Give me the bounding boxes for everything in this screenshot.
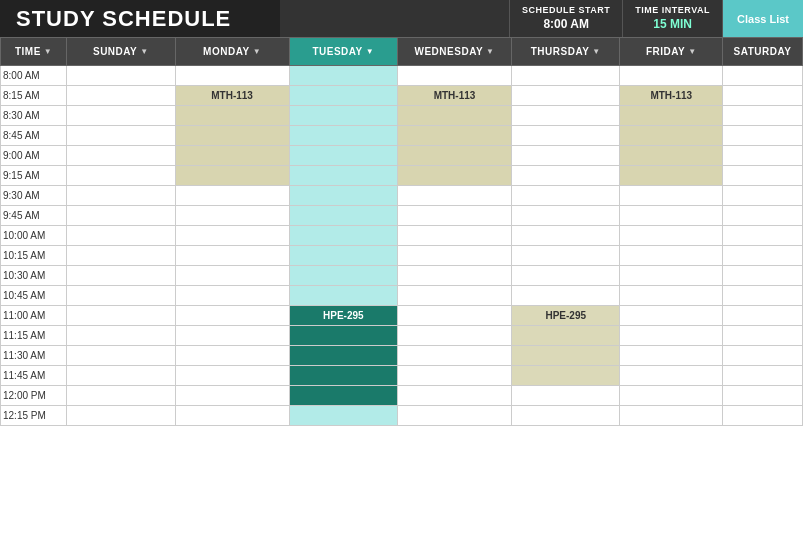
wednesday-cell[interactable] — [397, 246, 511, 266]
monday-cell[interactable] — [175, 326, 289, 346]
monday-cell[interactable] — [175, 246, 289, 266]
col-header-sunday[interactable]: SUNDAY ▼ — [67, 38, 175, 66]
friday-cell[interactable] — [620, 226, 723, 246]
sunday-cell[interactable] — [67, 266, 175, 286]
tuesday-cell[interactable] — [289, 246, 397, 266]
class-list-button[interactable]: Class List — [723, 0, 803, 37]
col-header-thursday[interactable]: THURSDAY ▼ — [512, 38, 620, 66]
wednesday-cell[interactable] — [397, 346, 511, 366]
tuesday-cell[interactable] — [289, 326, 397, 346]
monday-cell[interactable] — [175, 126, 289, 146]
thursday-cell[interactable] — [512, 166, 620, 186]
saturday-cell[interactable] — [723, 306, 803, 326]
tuesday-cell[interactable] — [289, 86, 397, 106]
monday-cell[interactable] — [175, 406, 289, 426]
monday-cell[interactable] — [175, 206, 289, 226]
col-header-friday[interactable]: FRIDAY ▼ — [620, 38, 723, 66]
sunday-cell[interactable] — [67, 226, 175, 246]
friday-cell[interactable] — [620, 366, 723, 386]
wednesday-cell[interactable] — [397, 106, 511, 126]
col-header-monday[interactable]: MONDAY ▼ — [175, 38, 289, 66]
thursday-cell[interactable] — [512, 286, 620, 306]
tuesday-cell[interactable] — [289, 106, 397, 126]
sunday-cell[interactable] — [67, 246, 175, 266]
monday-dropdown-icon[interactable]: ▼ — [253, 47, 261, 56]
tuesday-cell[interactable] — [289, 366, 397, 386]
tuesday-cell[interactable] — [289, 406, 397, 426]
friday-cell[interactable] — [620, 286, 723, 306]
thursday-dropdown-icon[interactable]: ▼ — [592, 47, 600, 56]
friday-cell[interactable] — [620, 166, 723, 186]
monday-cell[interactable] — [175, 106, 289, 126]
sunday-cell[interactable] — [67, 186, 175, 206]
wednesday-cell[interactable]: MTH-113 — [397, 86, 511, 106]
wednesday-cell[interactable] — [397, 126, 511, 146]
col-header-wednesday[interactable]: WEDNESDAY ▼ — [397, 38, 511, 66]
tuesday-cell[interactable] — [289, 126, 397, 146]
saturday-cell[interactable] — [723, 166, 803, 186]
tuesday-cell[interactable] — [289, 166, 397, 186]
monday-cell[interactable] — [175, 226, 289, 246]
tuesday-cell[interactable] — [289, 346, 397, 366]
friday-cell[interactable] — [620, 386, 723, 406]
thursday-cell[interactable] — [512, 366, 620, 386]
thursday-cell[interactable] — [512, 246, 620, 266]
thursday-cell[interactable] — [512, 146, 620, 166]
wednesday-cell[interactable] — [397, 186, 511, 206]
saturday-cell[interactable] — [723, 66, 803, 86]
monday-cell[interactable]: MTH-113 — [175, 86, 289, 106]
sunday-cell[interactable] — [67, 386, 175, 406]
monday-cell[interactable] — [175, 186, 289, 206]
sunday-cell[interactable] — [67, 166, 175, 186]
tuesday-cell[interactable] — [289, 206, 397, 226]
friday-dropdown-icon[interactable]: ▼ — [688, 47, 696, 56]
tuesday-cell[interactable]: HPE-295 — [289, 306, 397, 326]
thursday-cell[interactable] — [512, 106, 620, 126]
thursday-cell[interactable] — [512, 206, 620, 226]
saturday-cell[interactable] — [723, 226, 803, 246]
tuesday-cell[interactable] — [289, 386, 397, 406]
saturday-cell[interactable] — [723, 326, 803, 346]
tuesday-cell[interactable] — [289, 146, 397, 166]
sunday-cell[interactable] — [67, 206, 175, 226]
saturday-cell[interactable] — [723, 346, 803, 366]
friday-cell[interactable] — [620, 66, 723, 86]
friday-cell[interactable] — [620, 406, 723, 426]
sunday-cell[interactable] — [67, 146, 175, 166]
wednesday-cell[interactable] — [397, 406, 511, 426]
tuesday-cell[interactable] — [289, 226, 397, 246]
wednesday-cell[interactable] — [397, 366, 511, 386]
thursday-cell[interactable] — [512, 406, 620, 426]
sunday-cell[interactable] — [67, 66, 175, 86]
sunday-cell[interactable] — [67, 306, 175, 326]
col-header-tuesday[interactable]: TUESDAY ▼ — [289, 38, 397, 66]
sunday-cell[interactable] — [67, 286, 175, 306]
tuesday-dropdown-icon[interactable]: ▼ — [366, 47, 374, 56]
tuesday-cell[interactable] — [289, 266, 397, 286]
tuesday-cell[interactable] — [289, 66, 397, 86]
wednesday-cell[interactable] — [397, 386, 511, 406]
saturday-cell[interactable] — [723, 126, 803, 146]
thursday-cell[interactable] — [512, 386, 620, 406]
monday-cell[interactable] — [175, 366, 289, 386]
sunday-cell[interactable] — [67, 86, 175, 106]
monday-cell[interactable] — [175, 346, 289, 366]
col-header-saturday[interactable]: SATURDAY — [723, 38, 803, 66]
friday-cell[interactable] — [620, 206, 723, 226]
saturday-cell[interactable] — [723, 366, 803, 386]
monday-cell[interactable] — [175, 386, 289, 406]
friday-cell[interactable] — [620, 306, 723, 326]
thursday-cell[interactable] — [512, 186, 620, 206]
wednesday-cell[interactable] — [397, 306, 511, 326]
wednesday-cell[interactable] — [397, 326, 511, 346]
saturday-cell[interactable] — [723, 266, 803, 286]
monday-cell[interactable] — [175, 286, 289, 306]
wednesday-cell[interactable] — [397, 146, 511, 166]
thursday-cell[interactable] — [512, 266, 620, 286]
friday-cell[interactable] — [620, 326, 723, 346]
thursday-cell[interactable]: HPE-295 — [512, 306, 620, 326]
saturday-cell[interactable] — [723, 246, 803, 266]
friday-cell[interactable] — [620, 266, 723, 286]
monday-cell[interactable] — [175, 146, 289, 166]
sunday-cell[interactable] — [67, 326, 175, 346]
